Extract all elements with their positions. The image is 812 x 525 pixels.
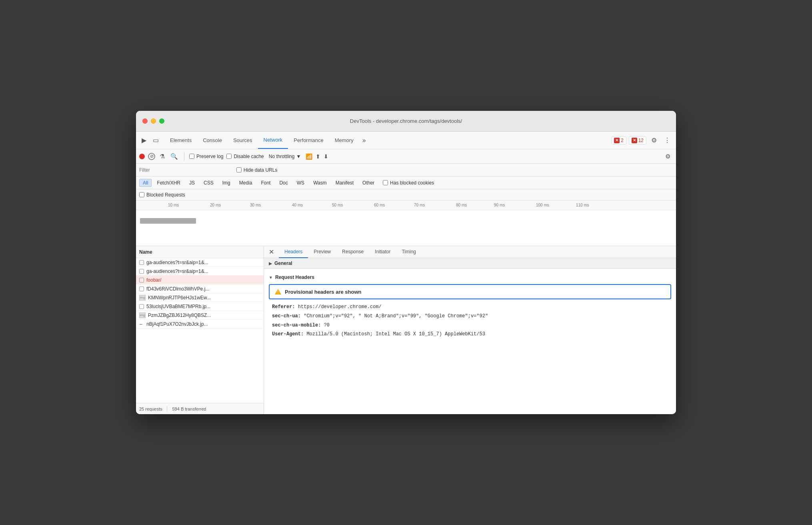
type-btn-other[interactable]: Other (359, 179, 378, 187)
header-key: User-Agent: (272, 331, 304, 337)
tick-40ms: 40 ms (292, 203, 303, 207)
type-btn-ws[interactable]: WS (293, 179, 308, 187)
headers-content: ▶ General ▼ Request Headers ! (264, 258, 676, 414)
hide-data-urls-input[interactable] (236, 167, 242, 172)
request-item[interactable]: img PzmJZBgZBJ612Hy8QBSZ... (136, 311, 264, 320)
request-item-foobar[interactable]: foobar/ (136, 276, 264, 285)
status-divider (167, 406, 167, 412)
maximize-button[interactable] (159, 118, 164, 124)
titlebar: DevTools - developer.chrome.com/tags/dev… (136, 111, 676, 132)
request-item[interactable]: img KMNWpnRJTP6eHJs1wEw... (136, 293, 264, 302)
general-section-header[interactable]: ▶ General (264, 258, 676, 269)
devtools-right-icons: ✕ 2 ✕ 12 ⚙ ⋮ (611, 135, 673, 146)
type-filter-bar: All Fetch/XHR JS CSS Img Media Font Doc … (136, 176, 676, 189)
blocked-requests-bar: Blocked Requests (136, 189, 676, 200)
tab-memory[interactable]: Memory (329, 132, 359, 149)
request-checkbox[interactable] (139, 260, 144, 265)
type-btn-wasm[interactable]: Wasm (310, 179, 330, 187)
header-row-user-agent: User-Agent: Mozilla/5.0 (Macintosh; Inte… (264, 330, 676, 339)
tab-initiator[interactable]: Initiator (369, 246, 396, 258)
tab-performance[interactable]: Performance (288, 132, 329, 149)
header-value: https://developer.chrome.com/ (298, 304, 382, 310)
more-options-icon[interactable]: ⋮ (662, 135, 673, 146)
type-btn-js[interactable]: JS (186, 179, 198, 187)
disable-cache-checkbox[interactable]: Disable cache (226, 154, 264, 159)
toolbar-divider-1 (184, 152, 184, 160)
timeline-area (136, 210, 676, 246)
type-btn-manifest[interactable]: Manifest (332, 179, 357, 187)
settings-icon[interactable]: ⚙ (649, 135, 659, 146)
search-icon[interactable]: 🔍 (169, 152, 179, 161)
requests-count: 25 requests (139, 407, 162, 411)
timeline-ruler: 10 ms 20 ms 30 ms 40 ms 50 ms 60 ms 70 m… (136, 200, 676, 210)
requests-panel: Name ga-audiences?t=sr&aip=1&... ga-audi… (136, 246, 264, 414)
tick-10ms: 10 ms (168, 203, 179, 207)
wifi-icon[interactable]: 📶 (306, 153, 312, 160)
request-checkbox[interactable] (139, 269, 144, 274)
request-name: KMNWpnRJTP6eHJs1wEw... (148, 295, 260, 301)
warning-count-badge[interactable]: ✕ 12 (629, 136, 646, 144)
request-item[interactable]: ga-audiences?t=sr&aip=1&... (136, 267, 264, 276)
close-button[interactable] (142, 118, 148, 124)
blocked-requests-input[interactable] (139, 192, 144, 197)
header-row-sec-ch-ua-mobile: sec-ch-ua-mobile: ?0 (264, 321, 676, 330)
disable-cache-input[interactable] (226, 154, 232, 159)
req-headers-arrow-icon: ▼ (269, 275, 273, 280)
minimize-button[interactable] (151, 118, 156, 124)
record-button[interactable] (139, 154, 145, 159)
request-checkbox[interactable] (139, 287, 144, 291)
hide-data-urls-checkbox[interactable]: Hide data URLs (236, 167, 278, 173)
request-item[interactable]: 53luclsjUVBaBME7MPRb.jp... (136, 302, 264, 311)
tick-90ms: 90 ms (494, 203, 505, 207)
request-checkbox[interactable] (139, 278, 144, 283)
headers-tabs: ✕ Headers Preview Response Initiator Tim… (264, 246, 676, 258)
request-name: PzmJZBgZBJ612Hy8QBSZ... (148, 313, 260, 318)
download-icon[interactable]: ⬇ (324, 153, 328, 160)
requests-list: ga-audiences?t=sr&aip=1&... ga-audiences… (136, 258, 264, 403)
tab-headers[interactable]: Headers (279, 246, 308, 258)
more-tabs-button[interactable]: » (359, 135, 369, 146)
tab-elements[interactable]: Elements (164, 132, 197, 149)
header-key: sec-ch-ua: (272, 313, 301, 319)
tick-50ms: 50 ms (332, 203, 343, 207)
request-checkbox[interactable] (139, 304, 144, 309)
cursor-icon[interactable]: ▶ (139, 135, 149, 146)
main-content: Name ga-audiences?t=sr&aip=1&... ga-audi… (136, 246, 676, 414)
request-headers-title[interactable]: ▼ Request Headers (264, 272, 676, 283)
tab-network[interactable]: Network (258, 132, 288, 149)
tab-response[interactable]: Response (336, 246, 369, 258)
tab-sources[interactable]: Sources (228, 132, 258, 149)
request-item[interactable]: ga-audiences?t=sr&aip=1&... (136, 258, 264, 267)
close-panel-button[interactable]: ✕ (267, 247, 277, 256)
tab-preview[interactable]: Preview (308, 246, 336, 258)
warning-message: Provisional headers are shown (285, 289, 361, 295)
type-btn-doc[interactable]: Doc (276, 179, 291, 187)
preserve-log-input[interactable] (189, 154, 194, 159)
blocked-cookies-checkbox[interactable]: Has blocked cookies (383, 180, 434, 186)
type-btn-fetch-xhr[interactable]: Fetch/XHR (153, 179, 184, 187)
blocked-requests-checkbox[interactable]: Blocked Requests (139, 192, 185, 198)
blocked-cookies-input[interactable] (383, 180, 388, 185)
minus-icon: − (139, 321, 142, 327)
device-icon[interactable]: ▭ (150, 135, 161, 146)
nav-icons: ▶ ▭ (139, 135, 161, 146)
preserve-log-checkbox[interactable]: Preserve log (189, 154, 223, 159)
clear-button[interactable]: ⊘ (148, 153, 155, 160)
request-item[interactable]: − nBjAqf1PuX7O2nvJbJck.jp... (136, 320, 264, 329)
error-count-badge[interactable]: ✕ 2 (611, 136, 626, 144)
type-btn-media[interactable]: Media (236, 179, 256, 187)
header-value: Mozilla/5.0 (Macintosh; Intel Mac OS X 1… (306, 331, 485, 337)
type-btn-font[interactable]: Font (257, 179, 274, 187)
request-item[interactable]: fD43v6RiVCDlmo3WhVPe.j... (136, 285, 264, 293)
image-icon: img (139, 313, 146, 318)
network-settings-icon[interactable]: ⚙ (663, 151, 673, 162)
type-btn-img[interactable]: Img (219, 179, 234, 187)
upload-icon[interactable]: ⬆ (316, 153, 320, 160)
tab-console[interactable]: Console (197, 132, 228, 149)
type-btn-css[interactable]: CSS (200, 179, 217, 187)
filter-icon[interactable]: ⚗ (158, 152, 166, 161)
type-btn-all[interactable]: All (139, 179, 152, 187)
header-key: sec-ch-ua-mobile: (272, 323, 321, 328)
throttle-selector[interactable]: No throttling ▼ (267, 153, 303, 160)
tab-timing[interactable]: Timing (396, 246, 422, 258)
